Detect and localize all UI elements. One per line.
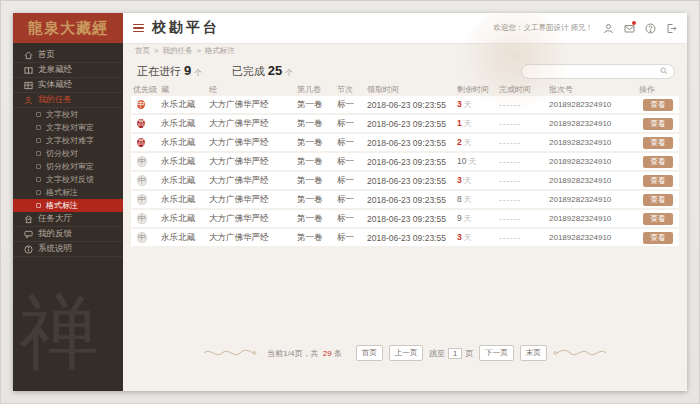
cell-received-time: 2018-06-23 09:23:55 [367,176,457,186]
breadcrumb-separator: > [196,46,200,55]
cell-batch-number: 20189282324910 [549,119,639,128]
in-progress-count: 9 [184,63,191,78]
cell-remaining-time: 1天 [457,118,499,129]
priority-badge: 中 [137,156,147,167]
cell-remaining-time: 9天 [457,213,499,224]
cell-batch-number: 20189282324910 [549,233,639,242]
cell-canon: 永乐北藏 [161,213,209,225]
archive-icon [24,81,33,90]
sidebar-item-physical-canon[interactable]: 实体藏经 [13,78,123,93]
sidebar-item-system-info[interactable]: 系统说明 [13,242,123,257]
submenu-item-text-proofread[interactable]: 文字校对 [13,108,123,121]
column-header: 经 [209,84,297,95]
cell-received-time: 2018-06-23 09:23:55 [367,138,457,148]
view-button[interactable]: 查看 [643,175,673,187]
view-button[interactable]: 查看 [643,232,673,244]
mail-icon[interactable] [623,22,635,34]
view-button[interactable]: 查看 [643,213,673,225]
column-header: 藏 [161,84,209,95]
cell-canon: 永乐北藏 [161,137,209,149]
home-icon [24,51,33,60]
cell-completed-time: ------ [499,195,549,204]
sidebar-item-longquan-canon[interactable]: 龙泉藏经 [13,63,123,78]
table-body: 中 永乐北藏 大方广佛华严经 第一卷 标一 2018-06-23 09:23:5… [131,96,679,246]
search-input[interactable] [528,66,660,77]
priority-badge: 中 [137,213,147,224]
stat-completed: 已完成25个 [232,63,293,79]
cell-section: 标一 [337,194,367,206]
sidebar-item-my-feedback[interactable]: 我的反馈 [13,227,123,242]
submenu-bullet-icon [36,203,41,208]
cell-sutra: 大方广佛华严经 [209,194,297,206]
breadcrumb-my-tasks[interactable]: 我的任务 [162,46,192,56]
breadcrumb-home[interactable]: 首页 [135,46,150,56]
user-icon [24,96,33,105]
cell-completed-time: ------ [499,100,549,109]
seal-watermark: 禅 [19,293,99,373]
submenu-item-format-annotation-selected[interactable]: 格式标注 [13,199,123,212]
cell-volume: 第一卷 [297,99,337,111]
cell-section: 标一 [337,175,367,187]
submenu-item-segment-proofread[interactable]: 切分校对 [13,147,123,160]
cell-canon: 永乐北藏 [161,194,209,206]
next-page-button[interactable]: 下一页 [479,345,514,361]
cell-volume: 第一卷 [297,137,337,149]
logout-icon[interactable] [665,22,677,34]
last-page-button[interactable]: 末页 [520,345,547,361]
breadcrumb-format-annotation: 格式标注 [205,46,235,56]
submenu-item-text-proofread-rarechar[interactable]: 文字校对难字 [13,134,123,147]
sidebar: 龍泉大藏經 首页 龙泉藏经 实体藏经 我的任务 文字校对 文字校对审定 文字 [13,13,123,391]
page-number-input[interactable] [448,348,462,359]
menu-toggle-icon[interactable] [133,24,144,33]
sidebar-menu: 首页 龙泉藏经 实体藏经 我的任务 文字校对 文字校对审定 文字校对难字 切分校… [13,48,123,257]
submenu-bullet-icon [36,190,41,195]
view-button[interactable]: 查看 [643,118,673,130]
view-button[interactable]: 查看 [643,137,673,149]
cell-sutra: 大方广佛华严经 [209,99,297,111]
table-row: 中 永乐北藏 大方广佛华严经 第一卷 标一 2018-06-23 09:23:5… [131,229,679,246]
prev-page-button[interactable]: 上一页 [389,345,424,361]
cell-section: 标一 [337,137,367,149]
app-window: 龍泉大藏經 首页 龙泉藏经 实体藏经 我的任务 文字校对 文字校对审定 文字 [13,13,687,391]
submenu-bullet-icon [36,164,41,169]
cell-received-time: 2018-06-23 09:23:55 [367,214,457,224]
sidebar-item-my-tasks[interactable]: 我的任务 [13,93,123,108]
submenu-item-text-proofread-feedback[interactable]: 文字校对反馈 [13,173,123,186]
cell-batch-number: 20189282324910 [549,214,639,223]
submenu-item-text-proofread-review[interactable]: 文字校对审定 [13,121,123,134]
cell-completed-time: ------ [499,233,549,242]
priority-badge: 高 [137,138,145,147]
cell-volume: 第一卷 [297,156,337,168]
sidebar-submenu-my-tasks: 文字校对 文字校对审定 文字校对难字 切分校对 切分校对审定 文字校对反馈 格式… [13,108,123,212]
cell-remaining-time: 3天 [457,99,499,110]
help-icon[interactable] [644,22,656,34]
user-icon[interactable] [602,22,614,34]
table-row: 中 永乐北藏 大方广佛华严经 第一卷 标一 2018-06-23 09:23:5… [131,191,679,208]
cell-canon: 永乐北藏 [161,232,209,244]
submenu-item-segment-proofread-review[interactable]: 切分校对审定 [13,160,123,173]
submenu-bullet-icon [36,112,41,117]
cell-sutra: 大方广佛华严经 [209,175,297,187]
sidebar-item-home[interactable]: 首页 [13,48,123,63]
stats-row: 正在进行9个 已完成25个 [123,58,687,82]
search-icon[interactable] [660,67,668,75]
first-page-button[interactable]: 首页 [356,345,383,361]
notification-badge [632,21,636,25]
cell-completed-time: ------ [499,157,549,166]
welcome-text: 欢迎您：义工界面设计 师兄！ [493,23,593,33]
table-row: 中 永乐北藏 大方广佛华严经 第一卷 标一 2018-06-23 09:23:5… [131,210,679,227]
sidebar-item-task-hall[interactable]: 任务大厅 [13,212,123,227]
total-count: 29 [323,349,332,358]
cell-section: 标一 [337,213,367,225]
view-button[interactable]: 查看 [643,99,673,111]
view-button[interactable]: 查看 [643,194,673,206]
cell-received-time: 2018-06-23 09:23:55 [367,233,457,243]
cell-canon: 永乐北藏 [161,175,209,187]
search-box [521,64,675,79]
submenu-item-format-annotation[interactable]: 格式标注 [13,186,123,199]
cell-section: 标一 [337,118,367,130]
view-button[interactable]: 查看 [643,156,673,168]
cell-remaining-time: 8天 [457,194,499,205]
column-header: 领取时间 [367,84,457,95]
submenu-bullet-icon [36,125,41,130]
